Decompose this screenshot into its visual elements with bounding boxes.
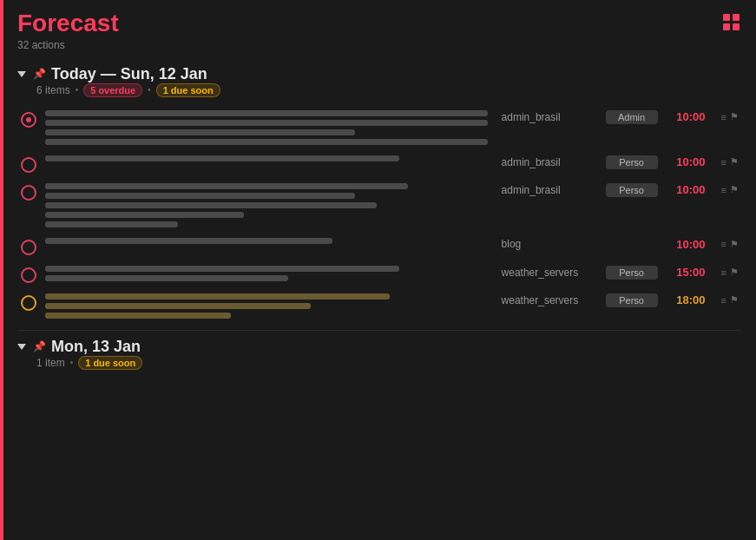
- task-line: [45, 238, 332, 244]
- task-line: [45, 155, 399, 161]
- dot-sep-3: •: [70, 358, 74, 367]
- grid-icon[interactable]: [723, 14, 742, 30]
- badge-overdue-today[interactable]: 5 overdue: [83, 83, 142, 97]
- section-title-today: Today — Sun, 12 Jan: [51, 65, 207, 83]
- task-time-6: 18:00: [667, 293, 706, 306]
- task-project-1: admin_brasil: [502, 111, 597, 123]
- task-time-5: 15:00: [667, 266, 706, 279]
- flag-icon-3[interactable]: ⚑: [730, 184, 739, 195]
- task-checkbox-4[interactable]: [21, 240, 36, 255]
- flag-icon-1[interactable]: ⚑: [730, 111, 739, 122]
- grid-dot-4: [733, 23, 740, 30]
- task-line: [45, 275, 288, 281]
- task-tag-6[interactable]: Perso: [606, 293, 658, 307]
- task-right-2: admin_brasil Perso 10:00 ≡ ⚑: [502, 155, 739, 169]
- items-count-today: 6 items: [36, 84, 70, 96]
- badge-due-soon-monday[interactable]: 1 due soon: [78, 356, 142, 370]
- task-tag-5[interactable]: Perso: [606, 266, 658, 280]
- section-header-row-today: 📌 Today — Sun, 12 Jan: [17, 65, 742, 83]
- task-line: [45, 212, 244, 218]
- task-tag-2[interactable]: Perso: [606, 155, 658, 169]
- task-icons-4: ≡ ⚑: [721, 239, 739, 250]
- task-line: [45, 293, 390, 300]
- pin-icon-today: 📌: [33, 68, 46, 80]
- task-checkbox-2[interactable]: [21, 157, 36, 173]
- main-container: Forecast 32 actions 📌 Today — Sun, 12 Ja…: [0, 0, 756, 540]
- task-line: [45, 266, 399, 272]
- grid-dot-1: [723, 14, 730, 21]
- task-project-6: weather_servers: [502, 294, 597, 306]
- task-time-1: 10:00: [667, 110, 706, 123]
- task-line: [45, 221, 178, 227]
- flag-icon-5[interactable]: ⚑: [730, 267, 739, 278]
- task-project-3: admin_brasil: [502, 184, 597, 196]
- section-divider: [17, 330, 742, 331]
- task-tag-1[interactable]: Admin: [606, 110, 658, 124]
- flag-icon-6[interactable]: ⚑: [730, 294, 739, 306]
- task-checkbox-3[interactable]: [21, 185, 36, 201]
- task-row[interactable]: admin_brasil Perso 10:00 ≡ ⚑: [17, 179, 742, 232]
- task-right-3: admin_brasil Perso 10:00 ≡ ⚑: [502, 183, 739, 197]
- collapse-triangle-today[interactable]: [17, 71, 26, 77]
- flag-icon-4[interactable]: ⚑: [730, 239, 739, 250]
- task-icons-5: ≡ ⚑: [721, 267, 739, 278]
- badge-due-soon-today[interactable]: 1 due soon: [156, 83, 220, 97]
- header: Forecast 32 actions: [17, 10, 742, 51]
- task-text-1: [45, 110, 488, 145]
- section-header-row-monday: 📌 Mon, 13 Jan: [17, 338, 742, 356]
- section-meta-monday: 1 item • 1 due soon: [17, 356, 742, 370]
- app-title: Forecast: [17, 10, 119, 37]
- task-icons-6: ≡ ⚑: [721, 294, 739, 306]
- task-checkbox-1[interactable]: [21, 112, 36, 128]
- task-project-5: weather_servers: [502, 267, 597, 279]
- note-icon-6[interactable]: ≡: [721, 295, 726, 306]
- task-line: [45, 110, 488, 116]
- task-icons-2: ≡ ⚑: [721, 156, 739, 168]
- task-text-4: [45, 238, 488, 244]
- dot-sep-1: •: [76, 85, 79, 95]
- task-text-3: [45, 183, 488, 227]
- task-right-1: admin_brasil Admin 10:00 ≡ ⚑: [502, 110, 739, 124]
- task-text-5: [45, 266, 488, 281]
- dot-sep-2: •: [148, 85, 151, 95]
- task-line: [45, 303, 311, 309]
- note-icon-3[interactable]: ≡: [721, 185, 726, 195]
- items-count-monday: 1 item: [36, 357, 65, 369]
- pin-icon-monday: 📌: [33, 340, 46, 352]
- section-monday: 📌 Mon, 13 Jan 1 item • 1 due soon: [17, 338, 742, 370]
- task-line: [45, 139, 488, 145]
- note-icon-5[interactable]: ≡: [721, 267, 726, 278]
- left-accent: [0, 0, 3, 540]
- flag-icon-2[interactable]: ⚑: [730, 156, 739, 168]
- task-project-4: blog: [502, 238, 597, 250]
- task-line: [45, 202, 377, 208]
- task-line: [45, 129, 355, 135]
- collapse-triangle-monday[interactable]: [17, 344, 26, 350]
- task-project-2: admin_brasil: [502, 156, 597, 168]
- task-tag-3[interactable]: Perso: [606, 183, 658, 197]
- actions-count: 32 actions: [17, 39, 119, 51]
- task-row[interactable]: blog 10:00 ≡ ⚑: [17, 234, 742, 260]
- section-today: 📌 Today — Sun, 12 Jan 6 items • 5 overdu…: [17, 65, 742, 323]
- task-line: [45, 313, 231, 319]
- task-checkbox-6[interactable]: [21, 295, 36, 311]
- task-time-3: 10:00: [667, 183, 706, 196]
- note-icon-2[interactable]: ≡: [721, 157, 726, 168]
- note-icon-4[interactable]: ≡: [721, 239, 726, 249]
- task-icons-3: ≡ ⚑: [721, 184, 739, 195]
- header-left: Forecast 32 actions: [17, 10, 119, 51]
- checkbox-inner-1: [26, 117, 31, 122]
- task-text-6: [45, 293, 488, 319]
- note-icon-1[interactable]: ≡: [721, 112, 726, 122]
- grid-dot-2: [733, 14, 740, 21]
- task-right-5: weather_servers Perso 15:00 ≡ ⚑: [502, 266, 739, 280]
- task-row[interactable]: admin_brasil Perso 10:00 ≡ ⚑: [17, 151, 742, 177]
- task-time-2: 10:00: [667, 155, 706, 168]
- task-row[interactable]: admin_brasil Admin 10:00 ≡ ⚑: [17, 106, 742, 149]
- task-checkbox-5[interactable]: [21, 267, 36, 283]
- task-line: [45, 183, 408, 189]
- task-row[interactable]: weather_servers Perso 18:00 ≡ ⚑: [17, 289, 742, 323]
- task-line: [45, 120, 488, 126]
- grid-dot-3: [723, 23, 730, 30]
- task-row[interactable]: weather_servers Perso 15:00 ≡ ⚑: [17, 261, 742, 287]
